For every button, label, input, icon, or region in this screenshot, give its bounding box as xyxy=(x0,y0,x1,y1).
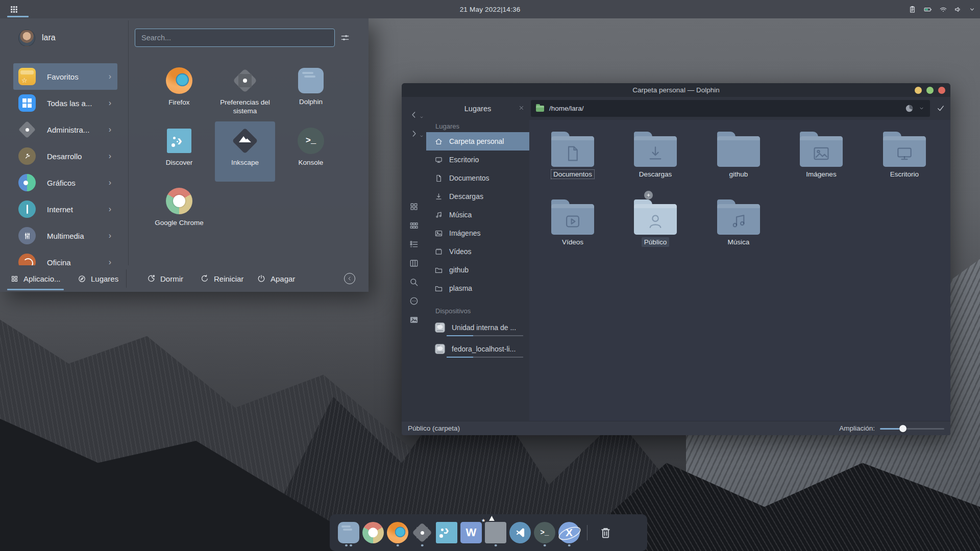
dock-item-konsole[interactable]: >_ xyxy=(534,518,555,547)
collapse-button[interactable] xyxy=(344,273,355,284)
dock-item-discover[interactable] xyxy=(436,518,457,547)
folder-label: Público xyxy=(642,237,669,247)
category-graficos[interactable]: Gráficos xyxy=(13,169,117,196)
chevron-left-icon xyxy=(347,276,353,282)
category-favoritos[interactable]: Favoritos xyxy=(13,63,117,90)
category-desarrollo[interactable]: Desarrollo xyxy=(13,143,117,169)
forward-button[interactable] xyxy=(409,129,419,139)
system-icon xyxy=(18,121,36,138)
tune-icon xyxy=(340,33,350,43)
titlebar[interactable]: Carpeta personal — Dolphin xyxy=(402,83,950,97)
place-escritorio[interactable]: Escritorio xyxy=(426,151,529,169)
category-list: Favoritos Todas las a... Administra... D… xyxy=(0,63,128,265)
app-inkscape[interactable]: Inkscape xyxy=(215,121,275,182)
desktop-glyph xyxy=(895,144,914,163)
dock-item-trash[interactable] xyxy=(595,518,616,547)
places-panel-close-icon[interactable] xyxy=(518,105,525,111)
app-preferencias-del-sistema[interactable]: Preferencias del sistema xyxy=(215,61,275,121)
folder-musica[interactable]: Música xyxy=(705,198,772,247)
folder-escritorio[interactable]: Escritorio xyxy=(871,130,938,179)
compact-view-button[interactable] xyxy=(409,220,419,231)
discover-icon xyxy=(436,522,457,543)
folder-publico[interactable]: Público xyxy=(622,198,689,247)
app-dolphin[interactable]: Dolphin xyxy=(281,61,341,121)
preview-button[interactable] xyxy=(409,315,419,325)
app-konsole[interactable]: >_ Konsole xyxy=(281,121,341,182)
search-input[interactable] xyxy=(135,29,335,47)
running-indicator xyxy=(345,544,348,547)
zoom-slider[interactable] xyxy=(880,425,944,432)
dock-item-gwenview[interactable] xyxy=(485,518,506,547)
details-view-button[interactable] xyxy=(409,239,419,249)
dock-item-vscode[interactable] xyxy=(509,518,531,547)
dock-item-google-chrome[interactable] xyxy=(362,518,384,547)
user-avatar[interactable] xyxy=(18,30,35,46)
folder-github[interactable]: github xyxy=(705,130,772,179)
device-unidad-interna[interactable]: Unidad interna de ... xyxy=(426,317,529,338)
dock-item-firefox[interactable] xyxy=(387,518,408,547)
category-administracion[interactable]: Administra... xyxy=(13,116,117,143)
add-selection-badge[interactable] xyxy=(644,191,653,199)
split-view-button[interactable] xyxy=(409,258,419,268)
place-label: Documentos xyxy=(449,174,489,182)
app-discover[interactable]: Discover xyxy=(149,121,209,182)
category-multimedia[interactable]: Multimedia xyxy=(13,222,117,249)
running-indicator xyxy=(495,544,497,547)
device-fedora-localhost[interactable]: fedora_localhost-li... xyxy=(426,338,529,360)
folder-imagenes[interactable]: Imágenes xyxy=(788,130,854,179)
search-button[interactable] xyxy=(409,277,419,287)
sleep-button[interactable]: Dormir xyxy=(146,265,183,292)
folder-label: Descargas xyxy=(636,169,675,179)
back-button[interactable] xyxy=(409,110,419,120)
volume-icon[interactable] xyxy=(953,5,963,14)
place-imagenes[interactable]: Imágenes xyxy=(426,224,529,242)
category-todas-las-aplicaciones[interactable]: Todas las a... xyxy=(13,90,117,116)
clipboard-icon[interactable] xyxy=(908,5,917,14)
configure-search-button[interactable] xyxy=(340,33,350,43)
zoom-slider-thumb[interactable] xyxy=(899,425,906,432)
free-space-icon[interactable] xyxy=(904,104,914,113)
battery-icon[interactable] xyxy=(922,5,933,14)
dock-separator xyxy=(587,525,587,540)
tab-aplicaciones[interactable]: Aplicacio... xyxy=(10,265,61,292)
current-path[interactable]: /home/lara/ xyxy=(549,105,904,112)
restart-button[interactable]: Reiniciar xyxy=(200,265,243,292)
place-plasma[interactable]: plasma xyxy=(426,279,529,297)
dock-item-dolphin[interactable] xyxy=(338,518,359,547)
location-bar[interactable]: /home/lara/ xyxy=(531,100,930,117)
icons-view-button[interactable] xyxy=(409,202,419,212)
app-firefox[interactable]: Firefox xyxy=(149,61,209,121)
wifi-icon[interactable] xyxy=(939,5,948,14)
tab-label: Aplicacio... xyxy=(23,274,61,283)
app-label: Google Chrome xyxy=(155,219,203,228)
folder-documentos[interactable]: Documentos xyxy=(540,130,606,179)
close-button[interactable] xyxy=(938,87,945,94)
dock-item-xorg[interactable]: X xyxy=(558,518,580,547)
tab-lugares[interactable]: Lugares xyxy=(78,265,118,292)
category-internet[interactable]: Internet xyxy=(13,196,117,222)
place-descargas[interactable]: Descargas xyxy=(426,187,529,206)
tray-expand-icon[interactable] xyxy=(968,6,976,13)
more-options-button[interactable] xyxy=(409,296,419,306)
place-documentos[interactable]: Documentos xyxy=(426,169,529,187)
place-musica[interactable]: Música xyxy=(426,206,529,224)
dock-item-wike[interactable]: W xyxy=(460,518,482,547)
category-oficina[interactable]: Oficina xyxy=(13,249,117,265)
dock-item-system-settings[interactable] xyxy=(411,518,433,547)
folder-videos[interactable]: Vídeos xyxy=(540,198,606,247)
folder-icon xyxy=(634,130,677,167)
place-carpeta-personal[interactable]: Carpeta personal xyxy=(426,132,529,151)
shutdown-button[interactable]: Apagar xyxy=(257,265,295,292)
panel-clock[interactable]: 21 May 2022|14:36 xyxy=(0,6,980,13)
minimize-button[interactable] xyxy=(915,87,922,94)
power-icon xyxy=(257,274,266,283)
app-google-chrome[interactable]: Google Chrome xyxy=(149,182,209,242)
place-videos[interactable]: Vídeos xyxy=(426,242,529,261)
folder-descargas[interactable]: Descargas xyxy=(622,130,689,179)
folder-view[interactable]: Documentos Descargas github Imágenes Esc… xyxy=(529,120,950,421)
maximize-button[interactable] xyxy=(926,87,934,94)
top-panel: 21 May 2022|14:36 xyxy=(0,0,980,18)
location-dropdown-icon[interactable] xyxy=(918,105,925,112)
place-github[interactable]: github xyxy=(426,261,529,279)
accept-icon[interactable] xyxy=(936,104,945,113)
